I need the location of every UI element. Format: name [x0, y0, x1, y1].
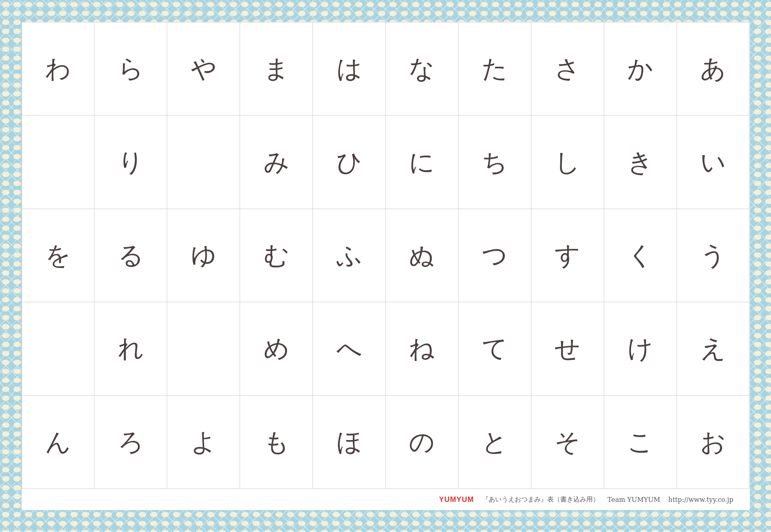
grid-cell: さ: [531, 22, 604, 116]
grid-cell: ほ: [313, 396, 386, 489]
grid-cell: め: [240, 302, 313, 395]
grid-cell: と: [459, 396, 531, 489]
grid-cell: む: [240, 209, 313, 302]
kana-character: え: [700, 331, 726, 366]
kana-character: ぬ: [409, 238, 435, 273]
kana-character: れ: [118, 331, 144, 366]
grid-cell: の: [386, 396, 459, 489]
kana-character: よ: [191, 425, 216, 459]
kana-character: か: [627, 52, 653, 86]
kana-character: や: [191, 52, 216, 86]
kana-character: と: [482, 425, 507, 459]
kana-character: に: [409, 145, 435, 179]
footer-description: 『あいうえおつまみ』表（書き込み用）: [482, 495, 599, 504]
footer: YUMYUM 『あいうえおつまみ』表（書き込み用） Team YUMYUM ht…: [22, 489, 750, 510]
grid-cell: か: [604, 22, 677, 116]
grid-cell: よ: [167, 396, 240, 489]
kana-character: き: [627, 145, 653, 179]
grid-cell: せ: [531, 302, 604, 395]
kana-character: む: [264, 238, 289, 273]
kana-character: ひ: [336, 145, 362, 179]
grid-cell: ぬ: [386, 209, 459, 302]
kana-character: ん: [45, 425, 71, 459]
kana-character: へ: [336, 331, 362, 366]
grid-cell: け: [604, 302, 677, 395]
grid-cell: ひ: [313, 116, 386, 209]
hiragana-grid: わらやまはなたさかありみひにちしきいをるゆむふぬつすくうれめへねてせけえんろよも…: [22, 22, 750, 489]
grid-cell: き: [604, 116, 677, 209]
kana-character: さ: [555, 52, 580, 86]
grid-cell: も: [240, 396, 313, 489]
kana-character: ち: [482, 145, 507, 179]
kana-character: め: [264, 331, 289, 366]
kana-character: ね: [409, 331, 435, 366]
grid-cell: こ: [604, 396, 677, 489]
grid-cell: た: [459, 22, 531, 116]
grid-cell: つ: [459, 209, 531, 302]
grid-cell: に: [386, 116, 459, 209]
kana-character: る: [118, 238, 144, 273]
grid-cell: く: [604, 209, 677, 302]
kana-character: て: [482, 331, 507, 366]
grid-cell: れ: [94, 302, 167, 395]
grid-cell: ね: [386, 302, 459, 395]
grid-cell: し: [531, 116, 604, 209]
grid-cell: う: [677, 209, 750, 302]
grid-cell: ま: [240, 22, 313, 116]
grid-cell: え: [677, 302, 750, 395]
kana-character: あ: [700, 52, 726, 86]
grid-cell: ろ: [94, 396, 167, 489]
kana-character: な: [409, 52, 435, 86]
kana-character: い: [700, 145, 726, 179]
grid-cell: な: [386, 22, 459, 116]
grid-cell: ち: [459, 116, 531, 209]
grid-cell: へ: [313, 302, 386, 395]
grid-cell: ら: [94, 22, 167, 116]
grid-cell: や: [167, 22, 240, 116]
kana-character: ろ: [118, 425, 144, 459]
kana-character: す: [555, 238, 580, 273]
kana-character: く: [627, 238, 653, 273]
kana-character: せ: [555, 331, 580, 366]
kana-character: た: [482, 52, 507, 86]
kana-character: ゆ: [191, 238, 216, 273]
kana-character: ふ: [336, 238, 362, 273]
grid-cell: [22, 302, 95, 395]
grid-cell: み: [240, 116, 313, 209]
kana-character: し: [555, 145, 580, 179]
kana-character: み: [264, 145, 289, 179]
grid-cell: い: [677, 116, 750, 209]
grid-cell: ゆ: [167, 209, 240, 302]
page-background: わらやまはなたさかありみひにちしきいをるゆむふぬつすくうれめへねてせけえんろよも…: [0, 0, 771, 532]
kana-character: ま: [264, 52, 289, 86]
kana-character: を: [45, 238, 71, 273]
grid-cell: は: [313, 22, 386, 116]
brand-name: YUMYUM: [439, 495, 474, 504]
footer-url: http://www.tyy.co.jp: [668, 496, 734, 504]
grid-cell: ん: [22, 396, 95, 489]
grid-cell: ふ: [313, 209, 386, 302]
grid-cell: る: [94, 209, 167, 302]
main-card: わらやまはなたさかありみひにちしきいをるゆむふぬつすくうれめへねてせけえんろよも…: [22, 22, 750, 510]
kana-character: つ: [482, 238, 507, 273]
grid-cell: あ: [677, 22, 750, 116]
grid-cell: [167, 302, 240, 395]
grid-cell: り: [94, 116, 167, 209]
kana-character: そ: [555, 425, 580, 459]
grid-cell: お: [677, 396, 750, 489]
grid-cell: [22, 116, 95, 209]
kana-character: わ: [45, 52, 71, 86]
kana-character: ほ: [336, 425, 362, 459]
grid-cell: そ: [531, 396, 604, 489]
grid-cell: て: [459, 302, 531, 395]
kana-character: こ: [627, 425, 653, 459]
kana-character: け: [627, 331, 653, 366]
kana-character: り: [118, 145, 144, 179]
grid-cell: わ: [22, 22, 95, 116]
grid-cell: [167, 116, 240, 209]
kana-character: お: [700, 425, 726, 459]
footer-team: Team YUMYUM: [607, 496, 660, 504]
grid-cell: す: [531, 209, 604, 302]
kana-character: も: [264, 425, 289, 459]
kana-character: う: [700, 238, 726, 273]
